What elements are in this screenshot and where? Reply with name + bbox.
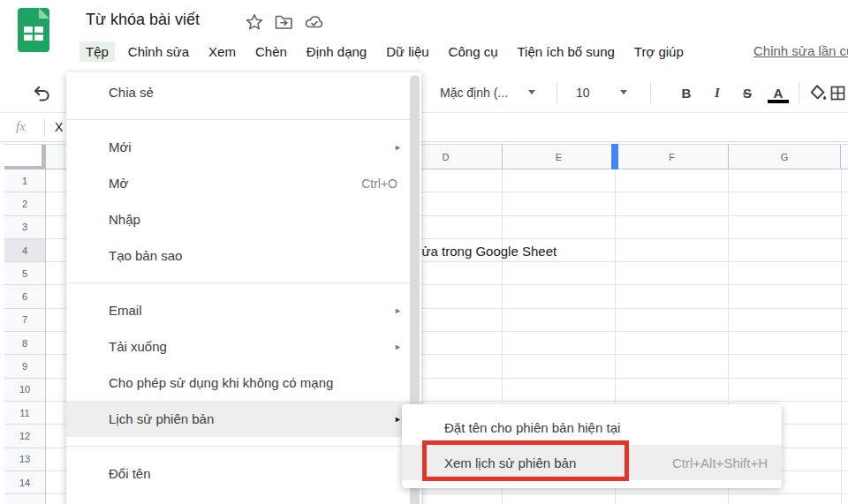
menu-insert[interactable]: Chèn [249,41,293,62]
row-header-14[interactable]: 14 [4,471,45,494]
font-size-select[interactable]: 10 [576,72,590,113]
star-icon[interactable] [246,13,263,31]
google-sheets-logo[interactable] [18,8,49,52]
file-menu-share[interactable]: Chia sẻ [66,74,421,110]
font-family-caret-icon[interactable] [528,90,535,94]
undo-icon[interactable] [32,72,51,113]
file-menu-new[interactable]: Mới ► [66,129,421,165]
file-menu-import[interactable]: Nhập [66,201,421,237]
submenu-arrow-icon: ► [394,342,402,351]
menu-tools[interactable]: Công cụ [443,41,504,62]
row-header-column: 1 2 3 4 5 6 7 8 9 10 11 12 13 14 [4,169,46,504]
text-color-button[interactable]: A [767,72,790,113]
row-header-10[interactable]: 10 [4,379,45,402]
google-sheets-window: Từ khóa bài viết Tệp Chỉnh sửa Xem Chèn … [0,0,848,504]
fx-icon: fx [16,119,26,134]
fill-color-icon[interactable] [809,72,827,113]
file-menu-make-copy[interactable]: Tạo bản sao [66,237,421,274]
menu-divider [66,110,421,129]
select-all-corner[interactable] [4,144,46,169]
submenu-arrow-icon: ► [394,306,402,315]
file-menu-email[interactable]: Email ► [66,292,421,328]
toolbar-divider [799,82,799,103]
strikethrough-button[interactable]: S [736,72,759,113]
row-header-3[interactable]: 3 [4,216,45,239]
row-header-2[interactable]: 2 [4,192,45,215]
menu-view[interactable]: Xem [202,41,242,62]
shortcut-label: Ctrl+Alt+Shift+H [672,455,768,470]
row-header-7[interactable]: 7 [4,309,45,332]
font-size-caret-icon[interactable] [620,90,627,94]
menu-file[interactable]: Tệp [80,41,115,62]
menu-help[interactable]: Trợ giúp [628,41,690,62]
row-header-1[interactable]: 1 [4,169,45,192]
menu-data[interactable]: Dữ liệu [380,41,435,62]
menu-bar: Tệp Chỉnh sửa Xem Chèn Định dạng Dữ liệu… [80,39,690,64]
cloud-saved-icon[interactable] [305,14,324,30]
bold-button[interactable]: B [675,72,698,113]
toolbar-divider [556,82,557,103]
column-header-e[interactable]: E [502,145,615,169]
menu-divider [66,274,421,292]
submenu-arrow-icon: ► [394,143,402,152]
red-highlight-box [422,440,629,481]
row-header-6[interactable]: 6 [4,285,45,308]
selected-column-indicator [611,144,618,169]
file-menu-open[interactable]: Mở Ctrl+O [66,165,421,201]
menu-divider [66,437,421,455]
font-family-select[interactable]: Mặc định (... [440,72,508,113]
file-menu-offline[interactable]: Cho phép sử dụng khi không có mạng [66,365,421,401]
row-header-13[interactable]: 13 [4,448,45,471]
text-color-swatch [768,100,789,103]
row-header-12[interactable]: 12 [4,425,45,448]
menu-addons[interactable]: Tiện ích bổ sung [511,41,620,62]
document-title[interactable]: Từ khóa bài viết [86,11,200,29]
file-menu-panel: Chia sẻ Mới ► Mở Ctrl+O Nhập Tạo bản sao… [66,72,421,504]
row-header-8[interactable]: 8 [4,332,45,355]
row-header-11[interactable]: 11 [4,402,45,425]
submenu-name-current-version[interactable]: Đặt tên cho phiên bản hiện tại [402,410,782,445]
file-menu-move[interactable]: Di chuyển [66,492,421,504]
menu-edit[interactable]: Chỉnh sửa [122,41,195,62]
column-header-f[interactable]: F [615,145,728,169]
row-header-4-selected[interactable]: 4 [4,239,45,262]
formula-bar-content[interactable]: X [55,120,63,134]
last-edit-link[interactable]: Chỉnh sửa lần cuối [753,39,848,64]
borders-icon[interactable] [830,72,845,113]
file-menu-download[interactable]: Tải xuống ► [66,328,421,365]
file-menu-version-history[interactable]: Lịch sử phiên bản ► [66,401,421,437]
shortcut-label: Ctrl+O [361,177,398,191]
move-to-folder-icon[interactable] [275,14,293,30]
submenu-arrow-icon: ► [394,415,402,424]
row-header-15[interactable] [4,494,45,504]
row-header-9[interactable]: 9 [4,355,45,378]
toolbar-divider [650,82,651,103]
cell-d4-text[interactable]: sửa trong Google Sheet [415,240,556,263]
menu-format[interactable]: Định dạng [300,41,373,62]
row-header-5[interactable]: 5 [4,262,45,285]
italic-button[interactable]: I [706,72,729,113]
file-menu-rename[interactable]: Đổi tên [66,455,421,492]
column-header-g[interactable]: G [728,145,841,169]
